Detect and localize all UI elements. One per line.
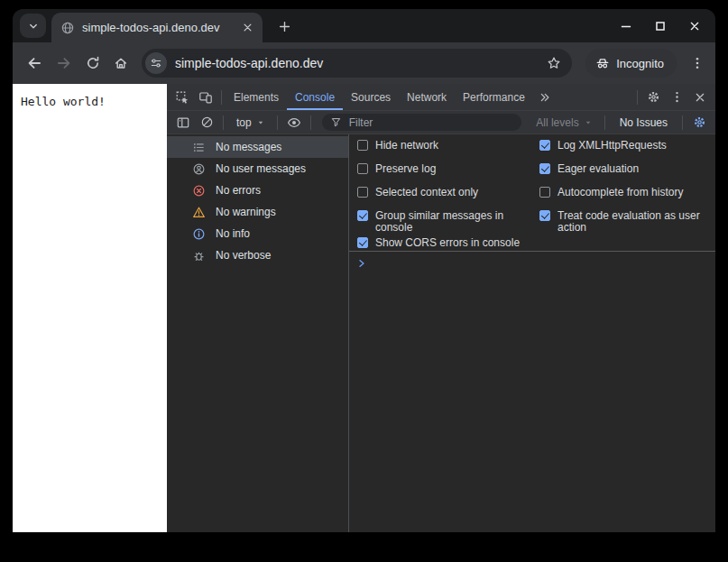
eager-evaluation-checkbox[interactable] (539, 163, 550, 174)
tab-title: simple-todos-api.deno.dev (82, 21, 236, 34)
group-similar-checkbox[interactable] (357, 210, 368, 221)
console-settings-drawer: Hide network Preserve log Selected conte… (349, 134, 715, 252)
forward-button[interactable] (56, 55, 72, 71)
sidebar-item-label: No errors (216, 184, 261, 197)
live-expression-button[interactable] (283, 113, 305, 133)
setting-label[interactable]: Log XMLHttpRequests (558, 140, 667, 152)
minimize-button[interactable] (620, 20, 632, 32)
chevron-down-icon (27, 20, 40, 32)
new-tab-button[interactable] (272, 15, 296, 37)
close-window-button[interactable] (688, 20, 701, 32)
preserve-log-checkbox[interactable] (357, 163, 368, 174)
reload-button[interactable] (86, 56, 100, 70)
caret-down-icon (257, 119, 264, 126)
list-icon (192, 141, 206, 154)
browser-tab[interactable]: simple-todos-api.deno.dev (51, 13, 263, 42)
divider (604, 115, 605, 130)
sidebar-item-label: No messages (216, 141, 281, 153)
setting-label[interactable]: Treat code evaluation as user action (558, 210, 701, 234)
tab-network[interactable]: Network (399, 84, 455, 110)
hide-network-checkbox[interactable] (357, 140, 368, 151)
tab-console[interactable]: Console (287, 84, 343, 110)
console-main: Hide network Preserve log Selected conte… (349, 134, 715, 532)
console-messages-area[interactable] (349, 269, 715, 532)
sidebar-item-verbose[interactable]: No verbose (167, 244, 348, 266)
setting-label[interactable]: Selected context only (375, 187, 478, 198)
issues-button[interactable]: No Issues (611, 116, 677, 129)
user-icon (192, 162, 206, 176)
gear-icon (647, 90, 660, 104)
setting-show-cors: Show CORS errors in console (357, 237, 539, 249)
setting-label[interactable]: Hide network (375, 140, 438, 152)
autocomplete-history-checkbox[interactable] (539, 187, 550, 198)
setting-label[interactable]: Eager evaluation (558, 163, 639, 175)
setting-label[interactable]: Autocomplete from history (558, 187, 683, 198)
tab-elements[interactable]: Elements (226, 84, 287, 110)
devtools-settings-button[interactable] (641, 86, 665, 109)
window-controls (620, 9, 701, 42)
settings-column-left: Hide network Preserve log Selected conte… (357, 140, 539, 251)
console-settings-button[interactable] (688, 113, 710, 133)
kebab-icon (670, 90, 684, 104)
setting-label[interactable]: Show CORS errors in console (375, 237, 520, 249)
url-text[interactable]: simple-todos-api.deno.dev (175, 56, 539, 70)
console-sidebar: No messages No user messages No errors N… (167, 134, 349, 532)
context-selector[interactable]: top (229, 116, 272, 129)
bug-icon (192, 249, 206, 263)
log-xhr-checkbox[interactable] (539, 140, 550, 151)
setting-label[interactable]: Preserve log (375, 163, 436, 175)
console-prompt[interactable] (349, 252, 715, 269)
treat-evaluation-checkbox[interactable] (539, 210, 550, 221)
plus-icon (278, 20, 291, 33)
maximize-button[interactable] (654, 20, 667, 32)
setting-selected-context: Selected context only (357, 187, 539, 198)
divider (682, 115, 683, 130)
setting-preserve-log: Preserve log (357, 163, 539, 175)
filter-input[interactable] (347, 115, 514, 130)
log-levels-selector[interactable]: All levels (529, 116, 598, 129)
levels-label: All levels (536, 116, 578, 129)
tab-performance[interactable]: Performance (455, 84, 533, 110)
tab-sources[interactable]: Sources (343, 84, 399, 110)
divider (277, 115, 278, 130)
console-filter[interactable] (322, 114, 522, 131)
sidebar-item-warnings[interactable]: No warnings (167, 201, 348, 223)
show-cors-checkbox[interactable] (357, 237, 368, 248)
setting-group-similar: Group similar messages in console (357, 210, 539, 234)
sidebar-item-errors[interactable]: No errors (167, 180, 348, 201)
setting-eager-evaluation: Eager evaluation (539, 163, 710, 175)
devtools-close-button[interactable] (688, 86, 712, 109)
bookmark-star-icon[interactable] (547, 56, 563, 70)
sidebar-item-label: No info (216, 227, 250, 240)
devtools-menu-button[interactable] (665, 86, 688, 109)
tab-close-icon[interactable] (240, 20, 255, 35)
panel-left-icon (176, 115, 190, 130)
browser-window: simple-todos-api.deno.dev simple-todos-a… (13, 9, 715, 532)
clear-console-button[interactable] (196, 113, 217, 133)
home-button[interactable] (114, 56, 128, 70)
close-icon (694, 91, 706, 104)
inspect-element-button[interactable] (170, 86, 194, 109)
setting-autocomplete-history: Autocomplete from history (539, 187, 710, 198)
console-body: No messages No user messages No errors N… (167, 134, 715, 532)
site-settings-button[interactable] (145, 52, 167, 74)
device-toolbar-button[interactable] (194, 86, 217, 109)
sidebar-item-info[interactable]: No info (167, 223, 348, 244)
address-bar[interactable]: simple-todos-api.deno.dev (142, 49, 572, 78)
back-button[interactable] (26, 55, 42, 71)
console-toolbar: top All levels No Issues (167, 111, 715, 134)
context-label: top (236, 116, 252, 129)
incognito-badge: Incognito (585, 49, 677, 78)
browser-menu-button[interactable] (690, 56, 705, 70)
warning-icon (192, 206, 206, 219)
tab-search-button[interactable] (20, 14, 46, 38)
divider (310, 115, 311, 130)
sidebar-item-user-messages[interactable]: No user messages (167, 158, 348, 180)
more-tabs-button[interactable] (533, 86, 557, 109)
console-sidebar-toggle[interactable] (172, 113, 194, 133)
devtools-tabbar: Elements Console Sources Network Perform… (167, 84, 715, 111)
caret-down-icon (585, 119, 592, 126)
selected-context-checkbox[interactable] (357, 187, 368, 198)
sidebar-item-messages[interactable]: No messages (167, 136, 348, 158)
setting-label[interactable]: Group similar messages in console (375, 210, 530, 234)
